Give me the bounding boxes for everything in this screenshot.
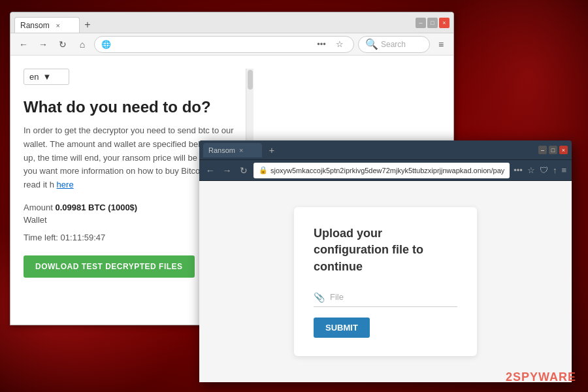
minimize-btn-back[interactable]: – <box>416 18 426 28</box>
more-icon-front[interactable]: ••• <box>512 164 524 176</box>
toolbar-back: ← → ↻ ⌂ 🌐 ••• ☆ 🔍 Search ≡ <box>10 33 453 56</box>
paperclip-icon: 📎 <box>314 292 325 302</box>
file-input-area[interactable]: 📎 File <box>314 288 457 307</box>
tab-close-back[interactable]: × <box>54 21 63 30</box>
search-placeholder-back: Search <box>381 40 406 49</box>
search-box-back[interactable]: 🔍 Search <box>358 36 430 53</box>
lock-icon: 🌐 <box>101 40 111 49</box>
maximize-btn-back[interactable]: □ <box>427 18 438 28</box>
titlebar-front: Ransom × + – □ × <box>199 140 572 160</box>
address-text-front: sjoxyw5mkaccojk5ptn2iprkivg5dew72mjkyk5t… <box>270 167 504 174</box>
tab-label-front: Ransom <box>208 146 235 154</box>
search-icon-back: 🔍 <box>365 38 378 50</box>
lang-label: en <box>29 72 39 82</box>
minimize-btn-front[interactable]: – <box>538 146 547 154</box>
time-value: 01:11:59:47 <box>61 233 106 242</box>
lock-icon-front: 🔒 <box>259 166 268 174</box>
window-controls-back: – □ × <box>416 18 449 28</box>
address-bar-front[interactable]: 🔒 sjoxyw5mkaccojk5ptn2iprkivg5dew72mjkyk… <box>253 163 510 178</box>
refresh-btn-front[interactable]: ↻ <box>237 163 251 178</box>
page-title: What do you need to do? <box>24 98 246 116</box>
tab-area-back: Ransom × + <box>14 12 413 33</box>
home-btn[interactable]: ⌂ <box>74 37 90 52</box>
close-btn-back[interactable]: × <box>439 18 449 28</box>
window-controls-front: – □ × <box>538 146 568 154</box>
menu-btn-back[interactable]: ≡ <box>434 37 448 52</box>
back-btn-front[interactable]: ← <box>203 163 218 178</box>
toolbar-front: ← → ↻ 🔒 sjoxyw5mkaccojk5ptn2iprkivg5dew7… <box>199 160 572 181</box>
shield-icon-front: 🛡 <box>538 164 549 176</box>
watermark: 2SPYWARE <box>506 370 576 384</box>
forward-btn-front[interactable]: → <box>220 163 235 178</box>
front-toolbar-icons: ••• ☆ 🛡 ↑ ≡ <box>512 164 568 176</box>
new-tab-btn-front[interactable]: + <box>265 143 279 157</box>
file-placeholder: File <box>330 292 344 302</box>
upload-card: Upload your configuration file to contin… <box>294 207 477 356</box>
more-icon-back[interactable]: ••• <box>314 37 329 52</box>
star-icon-front[interactable]: ☆ <box>526 164 536 176</box>
refresh-btn[interactable]: ↻ <box>55 37 71 52</box>
amount-value: 0.09981 BTC (1000$) <box>55 203 137 212</box>
download-test-btn[interactable]: DOWLOAD TEST DECRYPTED FILES <box>24 255 195 278</box>
lang-selector: en ▼ <box>24 69 246 85</box>
close-btn-front[interactable]: × <box>559 146 568 154</box>
maximize-btn-front[interactable]: □ <box>549 146 557 154</box>
tab-ransom-front[interactable]: Ransom × <box>203 143 262 157</box>
language-dropdown[interactable]: en ▼ <box>24 69 69 85</box>
new-tab-btn-back[interactable]: + <box>80 17 95 33</box>
tab-ransom-back[interactable]: Ransom × <box>14 17 80 33</box>
page-content-front: Upload your configuration file to contin… <box>199 181 572 382</box>
upload-title: Upload your configuration file to contin… <box>314 225 457 275</box>
star-icon-back[interactable]: ☆ <box>333 37 347 52</box>
browser-window-front: Ransom × + – □ × ← → ↻ 🔒 sjoxyw5mkaccojk… <box>199 140 572 382</box>
forward-btn[interactable]: → <box>35 37 51 52</box>
tab-close-front[interactable]: × <box>239 146 243 154</box>
back-btn[interactable]: ← <box>16 37 31 52</box>
scrollbar-thumb-back <box>248 70 253 90</box>
tab-label-back: Ransom <box>20 21 50 30</box>
submit-btn[interactable]: SUBMIT <box>314 318 370 338</box>
titlebar-back: Ransom × + – □ × <box>10 12 453 33</box>
menu-icon-front[interactable]: ≡ <box>560 164 568 176</box>
share-icon-front[interactable]: ↑ <box>551 164 559 176</box>
dropdown-arrow-icon: ▼ <box>42 72 51 82</box>
address-bar-back[interactable]: 🌐 ••• ☆ <box>94 36 354 53</box>
here-link[interactable]: here <box>57 180 74 189</box>
